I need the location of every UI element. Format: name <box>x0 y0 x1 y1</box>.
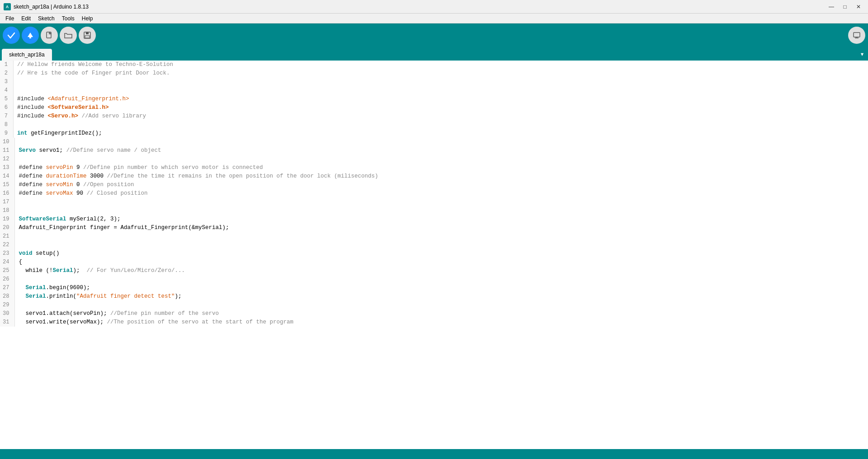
table-row: 12 <box>0 155 868 164</box>
table-row: 23 void setup() <box>0 249 868 258</box>
tab-label: sketch_apr18a <box>9 52 45 58</box>
table-row: 1 // Hellow friends Welcome to Techno-E-… <box>0 61 868 69</box>
table-row: 15 #define servoMin 0 //Open position <box>0 181 868 189</box>
svg-rect-7 <box>854 33 860 37</box>
table-row: 22 <box>0 241 868 249</box>
table-row: 21 <box>0 232 868 241</box>
table-row: 20 Adafruit_Fingerprint finger = Adafrui… <box>0 224 868 232</box>
menu-tools[interactable]: Tools <box>58 14 78 23</box>
title-text: A sketch_apr18a | Arduino 1.8.13 <box>4 3 89 10</box>
menu-sketch[interactable]: Sketch <box>34 14 58 23</box>
table-row: 10 <box>0 138 868 146</box>
table-row: 24 { <box>0 258 868 267</box>
table-row: 28 Serial.println("Adafruit finger detec… <box>0 292 868 301</box>
close-button[interactable]: ✕ <box>853 2 864 11</box>
svg-rect-6 <box>85 36 90 38</box>
window-title: sketch_apr18a | Arduino 1.8.13 <box>14 4 89 10</box>
table-row: 8 <box>0 121 868 129</box>
svg-rect-1 <box>29 37 31 38</box>
status-bar <box>0 449 868 459</box>
serial-monitor-button[interactable] <box>848 27 865 44</box>
table-row: 9 int getFingerprintIDez(); <box>0 129 868 138</box>
table-row: 2 // Hre is the code of Finger print Doo… <box>0 69 868 78</box>
table-row: 29 <box>0 301 868 309</box>
table-row: 25 while (!Serial); // For Yun/Leo/Micro… <box>0 267 868 275</box>
tab-bar: sketch_apr18a ▾ <box>0 47 868 61</box>
table-row: 6 #include <SoftwareSerial.h> <box>0 103 868 112</box>
save-button[interactable] <box>79 27 96 44</box>
table-row: 3 <box>0 78 868 86</box>
editor-tab[interactable]: sketch_apr18a <box>2 49 52 61</box>
table-row: 7 #include <Servo.h> //Add servo library <box>0 112 868 121</box>
table-row: 16 #define servoMax 90 // Closed positio… <box>0 189 868 198</box>
minimize-button[interactable]: — <box>826 2 837 11</box>
table-row: 26 <box>0 275 868 284</box>
table-row: 27 Serial.begin(9600); <box>0 284 868 292</box>
toolbar <box>0 23 868 47</box>
title-bar: A sketch_apr18a | Arduino 1.8.13 — □ ✕ <box>0 0 868 14</box>
table-row: 11 Servo servo1; //Define servo name / o… <box>0 146 868 155</box>
maximize-button[interactable]: □ <box>839 2 851 11</box>
code-editor[interactable]: 1 // Hellow friends Welcome to Techno-E-… <box>0 61 868 449</box>
menu-bar: File Edit Sketch Tools Help <box>0 14 868 23</box>
upload-button[interactable] <box>22 27 39 44</box>
table-row: 5 #include <Adafruit_Fingerprint.h> <box>0 95 868 103</box>
table-row: 30 servo1.attach(servoPin); //Define pin… <box>0 309 868 318</box>
table-row: 18 <box>0 206 868 215</box>
verify-button[interactable] <box>3 27 20 44</box>
menu-help[interactable]: Help <box>78 14 97 23</box>
table-row: 17 <box>0 198 868 206</box>
toolbar-right <box>848 27 865 44</box>
new-button[interactable] <box>41 27 58 44</box>
svg-marker-0 <box>28 33 33 37</box>
table-row: 14 #define durationTime 3000 //Define th… <box>0 172 868 181</box>
arduino-icon: A <box>4 3 11 10</box>
table-row: 31 servo1.write(servoMax); //The positio… <box>0 318 868 327</box>
open-button[interactable] <box>60 27 77 44</box>
window-controls: — □ ✕ <box>826 2 864 11</box>
tab-dropdown[interactable]: ▾ <box>858 48 866 61</box>
table-row: 19 SoftwareSerial mySerial(2, 3); <box>0 215 868 224</box>
table-row: 4 <box>0 86 868 95</box>
menu-edit[interactable]: Edit <box>18 14 34 23</box>
menu-file[interactable]: File <box>2 14 18 23</box>
svg-rect-5 <box>86 32 89 34</box>
table-row: 13 #define servoPin 9 //Define pin numbe… <box>0 164 868 172</box>
